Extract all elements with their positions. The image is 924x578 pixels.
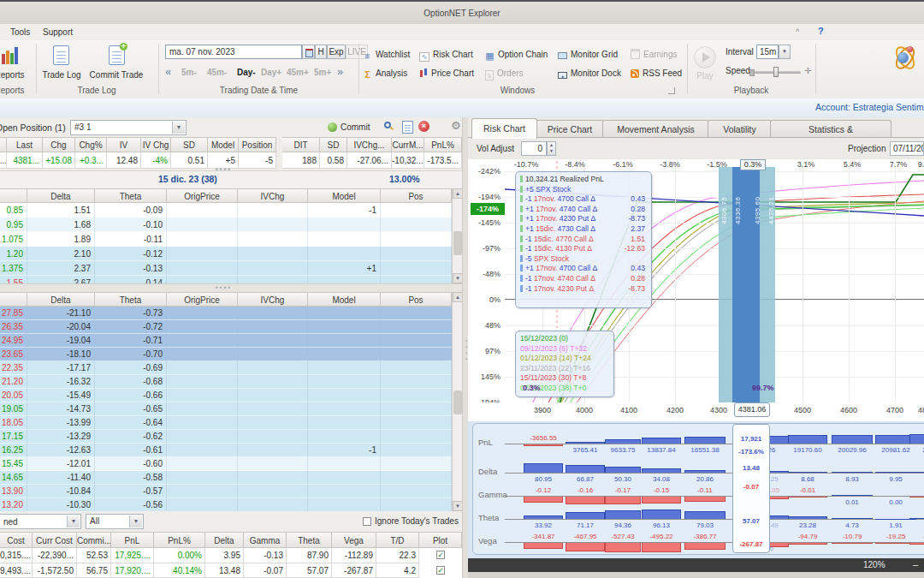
summary-header[interactable]: SD (320, 137, 347, 152)
positions-header[interactable]: Gamma (244, 532, 287, 548)
positions-header[interactable]: Theta (287, 532, 332, 548)
summary-header[interactable]: IVChg... (347, 137, 392, 152)
tab-price-chart[interactable]: Price Chart (536, 120, 604, 138)
positions-header[interactable]: Curr Cost (33, 532, 77, 548)
expiry-header[interactable]: 15 dic. 23 (38) 13.00% (0, 170, 462, 190)
chain-scrollbar[interactable]: ▲▼ (452, 292, 462, 511)
chain-header[interactable]: IVChg (238, 292, 308, 307)
chain-header[interactable] (0, 292, 27, 307)
trades-filter-combo[interactable]: ned▼ (0, 514, 81, 529)
chain-row[interactable]: 22.35-17.17-0.69 (0, 361, 452, 375)
scroll-thumb[interactable] (453, 231, 462, 255)
menu-item-support[interactable]: Support (39, 26, 76, 39)
summary-header[interactable]: DIT (282, 137, 320, 152)
positions-header[interactable]: Commi... (77, 532, 111, 548)
scroll-down-icon[interactable]: ▼ (453, 501, 462, 511)
interval-select[interactable]: 15m (756, 45, 779, 59)
tab-statistics-fundamentals[interactable]: Statistics & Fundamentals (770, 120, 891, 138)
summary-header[interactable]: Chg% (75, 137, 107, 152)
chain-row[interactable]: 13.90-10.84-0.57 (0, 485, 452, 498)
chain-row[interactable]: 14.65-11.40-0.58 (0, 471, 452, 485)
chain-row[interactable]: 24.95-19.04-0.71 (0, 334, 452, 348)
calendar-icon[interactable] (302, 45, 315, 59)
chain-row[interactable]: 0.851.51-0.09-1 (0, 203, 452, 217)
monitor-grid-button[interactable]: Monitor Grid (558, 47, 618, 62)
positions-header[interactable]: Delta (205, 532, 244, 548)
interval-dropdown-arrow-icon[interactable]: ▼ (779, 45, 791, 59)
exp-button[interactable]: Exp (327, 45, 346, 59)
monitor-dock-button[interactable]: Monitor Dock (558, 66, 621, 80)
earnings-button[interactable]: Earnings (631, 47, 677, 62)
summary-header[interactable]: Last (7, 137, 43, 152)
summary-header[interactable]: SD (171, 137, 208, 152)
chain-row[interactable]: 23.65-18.10-0.70 (0, 348, 452, 361)
gear-icon[interactable]: ⚙ (451, 120, 462, 132)
chain-row[interactable]: 18.05-13.99-0.64 (0, 416, 452, 430)
chain-header[interactable]: Delta (27, 188, 95, 203)
chain-row[interactable]: 1.202.10-0.12 (0, 247, 452, 261)
nav-step-5mminus[interactable]: 5m- (181, 67, 197, 79)
notes-icon[interactable] (402, 121, 413, 134)
chain-row[interactable]: 27.85-21.10-0.73 (0, 307, 452, 320)
reports-button[interactable]: Reports (0, 70, 36, 80)
scroll-thumb[interactable] (453, 390, 462, 414)
chain-row[interactable]: 26.35-20.04-0.72 (0, 320, 452, 334)
scroll-up-icon[interactable]: ▲ (453, 188, 462, 199)
plot-checkbox[interactable]: ✓ (436, 551, 445, 559)
chain-row[interactable]: 21.20-16.32-0.68 (0, 375, 452, 389)
orders-button[interactable]: Orders (485, 66, 524, 80)
plot-checkbox[interactable]: ✓ (436, 566, 445, 575)
chain-row[interactable]: 16.25-12.63-0.61-1 (0, 444, 452, 457)
summary-header[interactable]: Position (239, 137, 276, 152)
watchlist-button[interactable]: Watchlist (363, 47, 410, 62)
zoom-out-icon[interactable]: – (913, 559, 918, 569)
positions-header[interactable]: T/D (376, 532, 419, 548)
scroll-up-icon[interactable]: ▲ (453, 292, 462, 302)
chain-header[interactable]: Pos (381, 188, 452, 203)
chain-header[interactable]: OrigPrice (167, 292, 238, 307)
trade-log-button[interactable]: Trade Log (37, 70, 86, 80)
ignore-trades-checkbox[interactable] (363, 517, 371, 526)
nav-step-Dayminus[interactable]: Day- (237, 67, 256, 79)
chain-header[interactable]: OrigPrice (167, 188, 238, 203)
trading-date-input[interactable]: ma. 07 nov. 2023 (165, 45, 302, 59)
chain-row[interactable]: 17.15-13.29-0.62 (0, 430, 452, 444)
trades-type-combo[interactable]: All▼ (86, 514, 144, 529)
speed-slider-handle[interactable] (773, 67, 779, 77)
summary-header[interactable] (0, 137, 7, 152)
chain-scrollbar[interactable]: ▲▼ (452, 188, 462, 283)
summary-header[interactable]: PnL% (424, 137, 462, 152)
tab-movement-analysis[interactable]: Movement Analysis (602, 120, 709, 138)
position-selector[interactable]: #3 1▼ (70, 120, 187, 135)
analysis-button[interactable]: Analysis (363, 66, 407, 80)
option-chain-button[interactable]: Option Chain (485, 47, 548, 62)
nav-prev-icon[interactable]: « (165, 65, 171, 78)
chain-header[interactable]: Theta (95, 292, 167, 307)
ribbon-collapse-icon[interactable]: ^ (796, 27, 799, 36)
summary-header[interactable]: CurrM... (392, 137, 424, 152)
chain-row[interactable]: 0.951.68-0.10 (0, 217, 452, 232)
nav-step-5mplus[interactable]: 5m+ (314, 67, 331, 79)
help-icon[interactable]: ? (818, 26, 824, 36)
chain-header[interactable]: Pos (381, 292, 452, 307)
hour-button[interactable]: H (315, 45, 327, 59)
chain-header[interactable]: IVChg (238, 188, 308, 203)
nav-step-45mplus[interactable]: 45m+ (287, 67, 309, 79)
nav-next-icon[interactable]: » (337, 65, 343, 78)
chain-header[interactable]: Model (308, 292, 381, 307)
commit-trade-button[interactable]: Commit Trade (86, 70, 147, 80)
nav-step-45mminus[interactable]: 45m- (207, 67, 227, 79)
chain-header[interactable]: Delta (27, 292, 95, 307)
rss-feed-button[interactable]: RSS Feed (631, 66, 682, 80)
chain-row[interactable]: 15.45-12.01-0.60 (0, 457, 452, 471)
positions-header[interactable]: Plot (419, 532, 462, 548)
summary-header[interactable]: IV Chg (141, 137, 171, 152)
chain-header[interactable]: Model (308, 188, 381, 203)
chain-row[interactable]: 19.05-14.73-0.65 (0, 402, 452, 416)
chain-header[interactable]: Theta (95, 188, 167, 203)
speed-slider-plus-icon[interactable]: ✛ (804, 66, 811, 75)
summary-header[interactable]: IV (107, 137, 141, 152)
tab-volatility[interactable]: Volatility (708, 120, 772, 138)
chain-row[interactable]: 1.3752.37-0.13+1 (0, 261, 452, 276)
positions-header[interactable]: Vega (332, 532, 376, 548)
